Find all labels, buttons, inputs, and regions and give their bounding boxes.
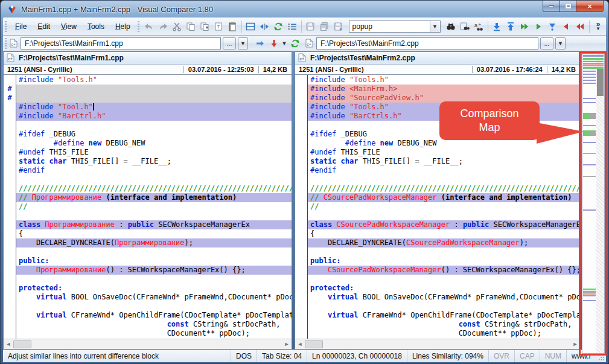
split-horizontal-button[interactable] <box>244 20 258 33</box>
merge-down-button[interactable] <box>267 37 281 50</box>
right-pane-encoding: 1251 (ANSI - Cyrillic) <box>295 66 472 73</box>
right-path-input[interactable]: F:\Projects\Test\MainFrm2.cpp <box>316 37 538 49</box>
code-line <box>16 121 292 130</box>
gutter-marker <box>4 229 16 238</box>
replace-icon: a+ <box>474 22 483 31</box>
left-pane-caption[interactable]: c+ F:\Projects\Test\MainFrm1.cpp <box>4 52 292 65</box>
save-button[interactable] <box>304 20 317 33</box>
scroll-right-icon[interactable]: ► <box>282 339 292 349</box>
gutter-marker <box>295 202 307 211</box>
gutter-marker <box>295 157 307 166</box>
comparison-map[interactable] <box>582 54 605 354</box>
left-browse-button[interactable]: ... <box>223 37 236 49</box>
map-bar <box>583 300 596 301</box>
gutter-marker <box>4 157 16 166</box>
code-line <box>16 94 292 103</box>
copy-all-left-button[interactable] <box>573 20 587 33</box>
find-next-button[interactable] <box>458 20 472 33</box>
right-pane-hscrollbar[interactable]: ◄ ► <box>295 339 580 349</box>
next-difference-button[interactable] <box>490 20 504 33</box>
menu-item-edit[interactable]: Edit <box>32 21 56 33</box>
left-pane-code[interactable]: #include "Tools.h"#include "Tool.h"#incl… <box>16 75 292 339</box>
right-hscroll-thumb[interactable] <box>305 340 323 348</box>
cut-button[interactable] <box>170 20 184 33</box>
line-numbers-button[interactable] <box>285 20 299 33</box>
close-icon: × <box>587 2 592 11</box>
code-line: // Программирование (interface and imple… <box>16 193 292 202</box>
paste-button[interactable] <box>226 20 240 33</box>
overflow-button[interactable]: »▼ <box>591 20 605 33</box>
code-line: Программирование() : SECWorkspaceManager… <box>16 266 292 275</box>
popup-combobox[interactable]: popup ▼ <box>349 21 441 33</box>
find-icon <box>446 22 456 31</box>
copy-all-right-button[interactable] <box>518 20 532 33</box>
redo-button[interactable] <box>156 20 170 33</box>
toolbar-grip[interactable] <box>138 21 139 32</box>
reload-files-icon <box>273 22 283 31</box>
left-path-input[interactable]: F:\Projects\Test\MainFrm1.cpp <box>21 37 221 49</box>
arrow-down-red-icon <box>269 39 279 48</box>
copy-append-button[interactable] <box>198 20 212 33</box>
maximize-button[interactable] <box>560 1 576 12</box>
code-line <box>16 302 292 311</box>
left-pane-hscrollbar[interactable]: ◄ ► <box>4 339 292 349</box>
right-pane-caption[interactable]: c+ F:\Projects\Test\MainFrm2.cpp <box>295 52 580 65</box>
popup-combobox-dropdown-button[interactable]: ▼ <box>430 21 440 32</box>
gutter-marker <box>4 211 16 220</box>
cpp-file-icon: c+ <box>7 53 16 63</box>
copy-button[interactable] <box>184 20 198 33</box>
current-difference-button[interactable] <box>546 20 560 33</box>
left-pane-inforow: 1251 (ANSI - Cyrillic) 03.07.2016 - 12:2… <box>4 65 292 75</box>
code-line: #undef THIS_FILE <box>16 148 292 157</box>
compare-files-button[interactable] <box>258 20 272 33</box>
reload-files-button[interactable] <box>272 20 285 33</box>
copy-right-button[interactable] <box>532 20 546 33</box>
menu-item-help[interactable]: Help <box>110 21 136 33</box>
replace-button[interactable]: a+ <box>472 20 486 33</box>
comparison-map-callout: Comparison Map <box>439 101 540 140</box>
gutter-marker <box>295 266 307 275</box>
gutter-marker <box>295 184 307 193</box>
comparison-map-thumb[interactable] <box>597 68 604 96</box>
save-as-button[interactable] <box>331 20 345 33</box>
paste-text-button[interactable]: T <box>212 20 226 33</box>
paste-text-icon: T <box>214 22 223 31</box>
merge-down-dropdown-button[interactable]: ▼ <box>281 37 288 50</box>
gutter-marker <box>295 75 307 85</box>
gutter-marker <box>4 257 16 266</box>
find-button[interactable] <box>444 20 458 33</box>
toolbar-grip[interactable] <box>5 38 7 49</box>
toolbar-grip[interactable] <box>5 21 7 32</box>
close-button[interactable]: × <box>576 1 604 12</box>
undo-button[interactable] <box>142 20 156 33</box>
menu-item-view[interactable]: View <box>56 21 82 33</box>
title-bar[interactable]: MainFrm1.cpp + MainFrm2.cpp - Visual Com… <box>1 1 608 18</box>
scroll-right-icon[interactable]: ► <box>570 339 580 349</box>
reload-both-button[interactable] <box>288 37 302 50</box>
map-bar <box>583 74 596 75</box>
gutter-marker <box>295 220 307 229</box>
gutter-marker <box>4 75 16 85</box>
minimize-button[interactable] <box>543 1 560 12</box>
gutter-marker <box>4 148 16 157</box>
left-hscroll-thumb[interactable] <box>13 340 31 348</box>
svg-text:T: T <box>217 24 220 30</box>
comparison-map-scroll[interactable] <box>596 54 604 353</box>
copy-left-button[interactable] <box>560 20 573 33</box>
gutter-marker <box>295 284 307 293</box>
right-path-dropdown-button[interactable]: ▼ <box>555 37 566 49</box>
scroll-left-icon[interactable]: ◄ <box>4 339 13 349</box>
status-cap-indicator: CAP <box>514 350 540 362</box>
gutter-marker <box>4 130 16 139</box>
menu-item-file[interactable]: File <box>10 21 32 33</box>
scroll-left-icon[interactable]: ◄ <box>295 339 305 349</box>
copy-path-right-button[interactable] <box>253 37 267 50</box>
map-bar <box>583 65 604 66</box>
previous-difference-button[interactable] <box>504 20 518 33</box>
left-path-dropdown-button[interactable]: ▼ <box>238 37 248 49</box>
menu-item-tools[interactable]: Tools <box>82 21 110 33</box>
split-horizontal-icon <box>246 22 255 31</box>
save-all-button[interactable] <box>317 20 331 33</box>
right-browse-button[interactable]: ... <box>540 37 553 49</box>
code-line <box>16 85 292 94</box>
